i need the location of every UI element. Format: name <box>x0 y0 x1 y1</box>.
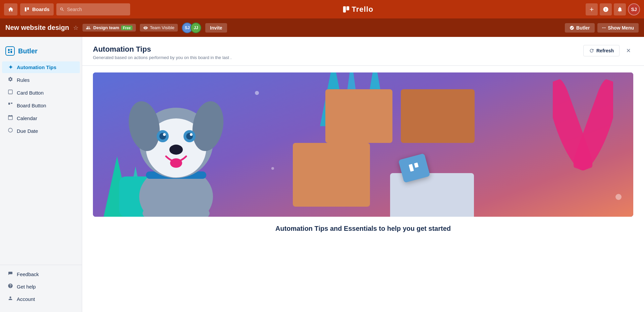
svg-rect-7 <box>10 51 12 53</box>
svg-rect-2 <box>343 6 345 12</box>
boards-label: Boards <box>32 6 50 12</box>
sidebar-item-account[interactable]: Account <box>2 293 80 305</box>
team-visible-badge[interactable]: Team Visible <box>140 24 178 32</box>
due-date-icon <box>7 127 13 134</box>
butler-button[interactable]: Butler <box>565 23 594 33</box>
feedback-icon <box>7 271 13 277</box>
sidebar-item-rules[interactable]: Rules <box>2 74 80 86</box>
show-menu-label: Show Menu <box>608 25 634 31</box>
svg-point-28 <box>170 158 182 168</box>
team-visible-label: Team Visible <box>150 25 174 30</box>
trello-logo-text: Trello <box>352 5 374 14</box>
sidebar-item-board-button[interactable]: Board Button <box>2 99 80 111</box>
member-avatar-2[interactable]: JJ <box>191 22 201 33</box>
svg-point-26 <box>190 133 193 136</box>
svg-rect-5 <box>10 49 12 50</box>
panel-header-right: Refresh × <box>583 45 633 56</box>
panel-subtitle: Generated based on actions performed by … <box>93 55 231 60</box>
svg-point-11 <box>8 128 12 132</box>
show-menu-button[interactable]: ··· Show Menu <box>597 23 639 33</box>
svg-rect-4 <box>8 49 10 51</box>
svg-rect-1 <box>27 7 29 10</box>
butler-header: Butler <box>0 44 82 61</box>
trello-logo: Trello <box>133 5 583 14</box>
hero-image <box>93 72 633 217</box>
sidebar: Butler ✦ Automation Tips Rules Card Butt… <box>0 37 82 312</box>
design-team-label: Design team <box>93 25 119 30</box>
card-button-icon <box>7 89 13 96</box>
free-badge: Free <box>121 25 132 30</box>
board-button-label: Board Button <box>17 103 46 108</box>
top-navigation: Boards Search Trello <box>0 0 644 18</box>
automation-tips-icon: ✦ <box>7 64 13 70</box>
sidebar-item-card-button[interactable]: Card Button <box>2 87 80 99</box>
star-button[interactable]: ☆ <box>73 24 78 32</box>
butler-icon <box>5 46 15 56</box>
sidebar-item-due-date[interactable]: Due Date <box>2 125 80 137</box>
sidebar-item-automation-tips[interactable]: ✦ Automation Tips <box>2 61 80 73</box>
due-date-label: Due Date <box>17 128 38 134</box>
svg-rect-12 <box>409 164 414 172</box>
calendar-icon <box>7 115 13 121</box>
panel-title: Automation Tips <box>93 45 231 54</box>
rules-icon <box>7 76 13 83</box>
board-button-icon <box>7 102 13 109</box>
search-placeholder: Search <box>67 7 82 12</box>
svg-rect-0 <box>25 7 26 11</box>
search-bar[interactable]: Search <box>56 3 130 15</box>
svg-point-27 <box>169 145 183 155</box>
get-help-icon <box>7 283 13 290</box>
board-header-right: Butler ··· Show Menu <box>565 23 639 33</box>
main-content: Butler ✦ Automation Tips Rules Card Butt… <box>0 37 644 312</box>
design-team-badge[interactable]: Design team Free <box>83 24 136 32</box>
nav-right-actions: SJ <box>586 3 640 15</box>
info-button[interactable] <box>600 3 612 15</box>
rules-label: Rules <box>17 77 30 83</box>
svg-rect-6 <box>8 52 10 53</box>
svg-point-25 <box>163 133 166 136</box>
account-label: Account <box>17 296 35 302</box>
feedback-label: Feedback <box>17 271 39 277</box>
sidebar-item-feedback[interactable]: Feedback <box>2 268 80 280</box>
get-help-label: Get help <box>17 284 36 290</box>
svg-rect-9 <box>8 103 10 105</box>
add-button[interactable] <box>586 3 598 15</box>
automation-tips-label: Automation Tips <box>17 64 56 70</box>
account-icon <box>7 296 13 302</box>
sidebar-bottom: Feedback Get help Account <box>0 265 82 305</box>
notification-button[interactable] <box>614 3 626 15</box>
boards-button[interactable]: Boards <box>20 3 54 15</box>
butler-panel: Automation Tips Generated based on actio… <box>82 37 644 312</box>
refresh-label: Refresh <box>596 48 614 53</box>
board-header: New website design ☆ Design team Free Te… <box>0 18 644 37</box>
svg-rect-3 <box>346 6 349 10</box>
calendar-label: Calendar <box>17 115 37 121</box>
panel-title-block: Automation Tips Generated based on actio… <box>93 45 231 60</box>
butler-title: Butler <box>18 47 38 55</box>
panel-footer: Automation Tips and Essentials to help y… <box>82 217 644 241</box>
panel-header: Automation Tips Generated based on actio… <box>82 37 644 66</box>
close-button[interactable]: × <box>624 45 633 56</box>
refresh-button[interactable]: Refresh <box>583 45 620 56</box>
home-button[interactable] <box>4 3 17 15</box>
svg-rect-8 <box>8 90 12 94</box>
invite-button[interactable]: Invite <box>205 23 227 33</box>
board-title: New website design <box>5 24 69 32</box>
member-avatars: SJ JJ <box>182 22 201 33</box>
sidebar-item-get-help[interactable]: Get help <box>2 280 80 293</box>
close-icon: × <box>626 46 631 55</box>
footer-text: Automation Tips and Essentials to help y… <box>275 225 451 232</box>
sidebar-item-calendar[interactable]: Calendar <box>2 112 80 124</box>
svg-rect-10 <box>11 103 12 104</box>
butler-label: Butler <box>576 25 590 31</box>
user-avatar[interactable]: SJ <box>628 3 640 15</box>
card-button-label: Card Button <box>17 90 44 96</box>
svg-rect-13 <box>414 162 419 168</box>
